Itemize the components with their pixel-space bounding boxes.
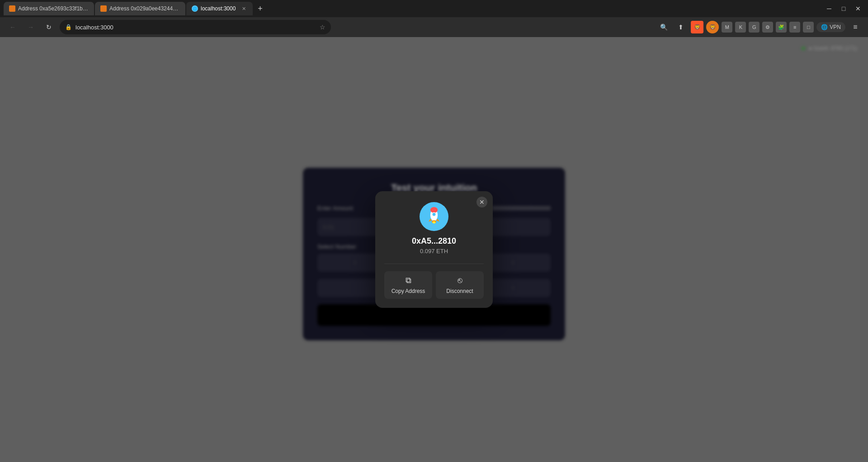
tab-3-close-button[interactable]: ✕: [240, 5, 247, 12]
tab-1[interactable]: Address 0xa5e2693c33f1b474e6205...: [4, 2, 94, 15]
bookmark-icon[interactable]: ☆: [320, 24, 326, 31]
browser-chrome: Address 0xa5e2693c33f1b474e6205... Addre…: [0, 0, 868, 37]
modal-close-button[interactable]: ✕: [476, 197, 487, 207]
address-bar: ← → ↻ 🔒 localhost:3000 ☆ 🔍 ⬆ 🦁 🦁 M K G ⚙…: [0, 17, 868, 37]
toolbar-right: 🔍 ⬆ 🦁 🦁 M K G ⚙ 🧩 ≡ □ 🌐 VPN ≡: [656, 20, 863, 34]
extension-icon-2[interactable]: K: [735, 22, 746, 33]
disconnect-label: Disconnect: [446, 288, 473, 294]
tab-2-label: Address 0x029a0ee432447f93a516d...: [109, 5, 180, 12]
tab-3-favicon: 🌐: [192, 5, 198, 12]
extension-icon-3[interactable]: G: [749, 22, 760, 33]
minimize-button[interactable]: ─: [823, 2, 835, 15]
wallet-avatar: [420, 202, 448, 231]
brave-rewards-icon[interactable]: 🦁: [706, 21, 719, 33]
disconnect-icon: ⎋: [458, 276, 462, 285]
search-button[interactable]: 🔍: [656, 20, 671, 34]
url-bar[interactable]: 🔒 localhost:3000 ☆: [60, 20, 331, 34]
new-tab-button[interactable]: +: [254, 2, 266, 15]
modal-overlay: ✕ 0: [0, 37, 868, 462]
share-button[interactable]: ⬆: [674, 20, 688, 34]
copy-icon: ⧉: [406, 276, 411, 285]
page-area: ● Goerli: 8765 (171) Test your intuition…: [0, 37, 868, 462]
back-button[interactable]: ←: [5, 20, 20, 34]
close-button[interactable]: ✕: [852, 2, 864, 15]
tab-1-favicon: [9, 5, 15, 12]
svg-point-2: [430, 207, 438, 213]
maximize-button[interactable]: □: [837, 2, 850, 15]
window-controls: ─ □ ✕: [823, 2, 864, 15]
extension-icon-4[interactable]: ⚙: [762, 22, 773, 33]
wallet-balance: 0.097 ETH: [420, 248, 448, 255]
rocket-icon: [422, 205, 446, 228]
tab-2-favicon: [100, 5, 107, 12]
vpn-label: VPN: [830, 24, 841, 30]
wallet-modal: ✕ 0: [375, 191, 493, 308]
modal-actions: ⧉ Copy Address ⎋ Disconnect: [384, 264, 484, 299]
extension-icon-6[interactable]: ≡: [789, 22, 800, 33]
tab-bar: Address 0xa5e2693c33f1b474e6205... Addre…: [0, 0, 868, 17]
extension-icon-7[interactable]: □: [803, 22, 814, 33]
browser-menu-button[interactable]: ≡: [848, 20, 863, 34]
svg-point-3: [432, 212, 436, 216]
reload-button[interactable]: ↻: [42, 20, 56, 34]
wallet-address: 0xA5...2810: [412, 236, 456, 246]
extension-metamask-icon[interactable]: M: [722, 22, 732, 33]
svg-point-7: [433, 222, 436, 224]
tab-3[interactable]: 🌐 localhost:3000 ✕: [186, 2, 253, 15]
tab-2[interactable]: Address 0x029a0ee432447f93a516d...: [95, 2, 185, 15]
brave-shield-icon[interactable]: 🦁: [691, 21, 703, 33]
copy-address-button[interactable]: ⧉ Copy Address: [384, 271, 432, 299]
vpn-icon: 🌐: [821, 24, 828, 30]
copy-address-label: Copy Address: [392, 288, 425, 294]
vpn-button[interactable]: 🌐 VPN: [816, 22, 845, 32]
lock-icon: 🔒: [65, 24, 72, 30]
tab-1-label: Address 0xa5e2693c33f1b474e6205...: [18, 5, 89, 12]
url-text: localhost:3000: [75, 24, 316, 31]
disconnect-button[interactable]: ⎋ Disconnect: [436, 271, 484, 299]
forward-button[interactable]: →: [24, 20, 38, 34]
tab-3-label: localhost:3000: [201, 5, 236, 12]
extension-icon-5[interactable]: 🧩: [776, 22, 787, 33]
